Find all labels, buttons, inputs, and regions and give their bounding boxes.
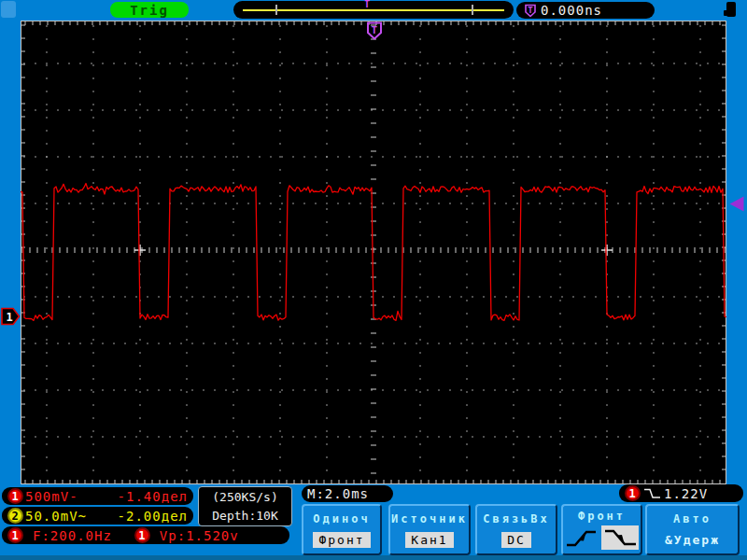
menu-button-auto-hold[interactable]: Авто &Удерж xyxy=(645,504,740,555)
menu-label-slope: Фронт xyxy=(578,510,626,523)
measurement-readouts: 1 F:200.0Hz 1 Vp:1.520v xyxy=(2,526,289,544)
trigger-position-icon: T xyxy=(364,0,370,9)
menu-button-source[interactable]: Источник Кан1 xyxy=(388,504,471,555)
frequency-readout: F:200.0Hz xyxy=(33,528,112,543)
trig-label: Trig xyxy=(130,3,169,18)
memory-window-line xyxy=(243,9,504,11)
vp-readout: Vp:1.520v xyxy=(160,528,239,543)
rising-edge-icon[interactable] xyxy=(565,526,597,549)
trigger-source-badge: 1 xyxy=(625,485,641,501)
ch2-scale: 50.0mV~ xyxy=(25,509,87,524)
trigger-level-readout: 1 1.22V xyxy=(619,484,743,502)
svg-text:1: 1 xyxy=(7,311,13,324)
menu-button-coupling[interactable]: СвязьВх DC xyxy=(475,504,557,555)
trigger-level-arrow-icon[interactable] xyxy=(727,195,745,213)
oscilloscope-graticule: T xyxy=(21,21,726,484)
memory-depth: Depth:10K xyxy=(212,509,277,523)
svg-text:T: T xyxy=(372,24,378,36)
horizontal-position-bar[interactable]: T xyxy=(233,1,514,19)
menu-value-mode: Фронт xyxy=(313,532,370,548)
waveform-display xyxy=(21,21,726,484)
trigger-offset-value: 0.000ns xyxy=(541,3,602,18)
menu-value-hold: &Удерж xyxy=(665,533,720,547)
falling-edge-icon[interactable] xyxy=(603,526,637,549)
ch2-badge: 2 xyxy=(7,508,23,524)
menu-label-source: Источник xyxy=(391,512,468,525)
logo-tab xyxy=(1,1,16,18)
menu-label-coupling: СвязьВх xyxy=(483,512,550,525)
falling-edge-icon xyxy=(643,486,661,500)
timebase-value: M:2.0ms xyxy=(307,486,369,501)
menu-button-mode[interactable]: Одиноч Фронт xyxy=(302,504,382,555)
menu-label-mode: Одиноч xyxy=(313,512,370,525)
menu-value-source: Кан1 xyxy=(405,532,453,548)
svg-text:T: T xyxy=(528,5,533,14)
ch1-position: -1.40дел xyxy=(80,489,188,504)
menu-button-slope[interactable]: Фронт xyxy=(561,504,642,555)
ch2-position: -2.00дел xyxy=(89,509,188,524)
battery-icon xyxy=(724,2,738,18)
trigger-time-marker-icon: T xyxy=(365,21,384,40)
sample-rate: (250KS/s) xyxy=(212,490,277,504)
falling-edge-selected-box[interactable] xyxy=(601,525,639,550)
window-right-bracket xyxy=(472,5,473,15)
vp-badge: 1 xyxy=(134,527,150,543)
window-left-bracket xyxy=(275,5,277,15)
freq-badge: 1 xyxy=(7,527,23,543)
channel1-zero-marker[interactable]: 1 xyxy=(1,307,21,326)
trigger-t-icon: T xyxy=(524,4,537,18)
channel1-status: 1 500mV- -1.40дел xyxy=(2,487,193,505)
trigger-offset-readout: T 0.000ns xyxy=(516,2,655,19)
timebase-readout: M:2.0ms xyxy=(302,485,393,502)
menu-label-auto: Авто xyxy=(673,512,712,525)
menu-value-coupling: DC xyxy=(501,532,531,548)
ch1-scale: 500mV- xyxy=(25,489,78,504)
trigger-level-value: 1.22V xyxy=(664,486,708,501)
ch1-badge: 1 xyxy=(7,488,23,504)
acquisition-info-box: (250KS/s) Depth:10K xyxy=(198,486,292,526)
trig-status-badge: Trig xyxy=(110,2,189,18)
channel2-status: 2 50.0mV~ -2.00дел xyxy=(2,507,193,525)
bottom-bezel-strip xyxy=(0,555,747,560)
